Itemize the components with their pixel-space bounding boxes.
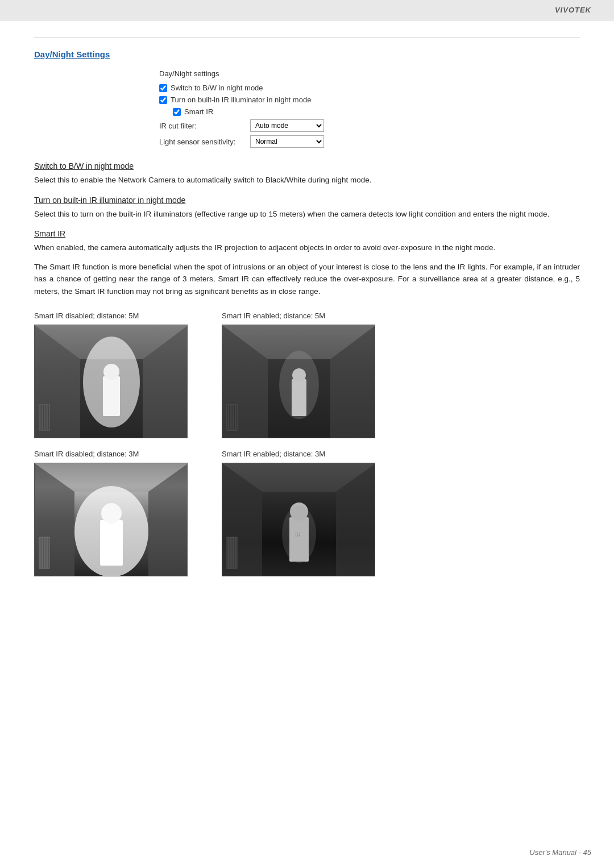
- caption-disabled-5m: Smart IR disabled; distance: 5M: [34, 312, 139, 320]
- subsection-ir-text: Select this to turn on the built-in IR i…: [34, 208, 580, 221]
- settings-box-title: Day/Night settings: [159, 69, 580, 78]
- footer-text: User's Manual - 45: [529, 848, 591, 857]
- caption-enabled-3m: Smart IR enabled; distance: 3M: [222, 450, 325, 458]
- checkbox2-label: Turn on built-in IR illuminator in night…: [171, 95, 311, 104]
- subsection-smartir: Smart IR When enabled, the camera automa…: [34, 229, 580, 297]
- ir-cut-filter-row: IR cut filter: Auto mode Day mode Night …: [159, 119, 580, 132]
- header-bar: VIVOTEK: [0, 0, 614, 20]
- subsection-smartir-text2: The Smart IR function is more beneficial…: [34, 261, 580, 298]
- img-disabled-3m: [34, 463, 188, 576]
- subsection-bw-text: Select this to enable the Network Camera…: [34, 174, 580, 186]
- img-enabled-5m: [222, 325, 375, 438]
- subsection-smartir-text1: When enabled, the camera automatically a…: [34, 242, 580, 254]
- subsection-ir: Turn on built-in IR illuminator in night…: [34, 196, 580, 221]
- image-block-disabled-5m: Smart IR disabled; distance: 5M: [34, 312, 188, 438]
- checkbox3-label: Smart IR: [184, 107, 213, 116]
- light-sensor-select[interactable]: Normal Low High: [250, 135, 324, 148]
- checkbox-smart-ir[interactable]: [173, 108, 181, 116]
- light-sensor-row: Light sensor sensitivity: Normal Low Hig…: [159, 135, 580, 148]
- img-enabled-3m: IR: [222, 463, 375, 576]
- ir-cut-filter-select[interactable]: Auto mode Day mode Night mode: [250, 119, 324, 132]
- svg-point-21: [279, 351, 319, 419]
- subsection-bw-heading: Switch to B/W in night mode: [34, 161, 580, 171]
- brand-label: VIVOTEK: [555, 6, 591, 14]
- subsection-bw: Switch to B/W in night mode Select this …: [34, 161, 580, 186]
- image-block-enabled-3m: Smart IR enabled; distance: 3M: [222, 450, 375, 576]
- image-section: Smart IR disabled; distance: 5M: [34, 312, 580, 576]
- svg-point-48: [282, 506, 316, 563]
- svg-rect-6: [103, 376, 120, 416]
- checkbox2-row: Turn on built-in IR illuminator in night…: [159, 95, 580, 104]
- section-title-link[interactable]: Day/Night Settings: [34, 49, 110, 59]
- subsection-smartir-heading: Smart IR: [34, 229, 580, 238]
- light-sensor-label: Light sensor sensitivity:: [159, 138, 250, 146]
- image-row-1: Smart IR disabled; distance: 5M: [34, 312, 580, 438]
- section-divider: [34, 38, 580, 38]
- image-row-2: Smart IR disabled; distance: 3M: [34, 450, 580, 576]
- svg-point-7: [103, 364, 119, 380]
- ir-cut-filter-label: IR cut filter:: [159, 122, 250, 130]
- checkbox-ir-illuminator[interactable]: [159, 96, 167, 104]
- svg-point-34: [101, 503, 122, 524]
- checkbox-bw-night[interactable]: [159, 84, 167, 92]
- img-disabled-5m: [34, 325, 188, 438]
- checkbox3-row: Smart IR: [173, 107, 580, 116]
- svg-rect-33: [100, 520, 123, 566]
- checkbox1-label: Switch to B/W in night mode: [171, 84, 263, 92]
- settings-box: Day/Night settings Switch to B/W in nigh…: [159, 69, 580, 148]
- checkbox1-row: Switch to B/W in night mode: [159, 84, 580, 92]
- caption-disabled-3m: Smart IR disabled; distance: 3M: [34, 450, 139, 458]
- caption-enabled-5m: Smart IR enabled; distance: 5M: [222, 312, 325, 320]
- image-block-enabled-5m: Smart IR enabled; distance: 5M: [222, 312, 375, 438]
- image-block-disabled-3m: Smart IR disabled; distance: 3M: [34, 450, 188, 576]
- main-content: Day/Night Settings Day/Night settings Sw…: [0, 20, 614, 622]
- subsection-ir-heading: Turn on built-in IR illuminator in night…: [34, 196, 580, 205]
